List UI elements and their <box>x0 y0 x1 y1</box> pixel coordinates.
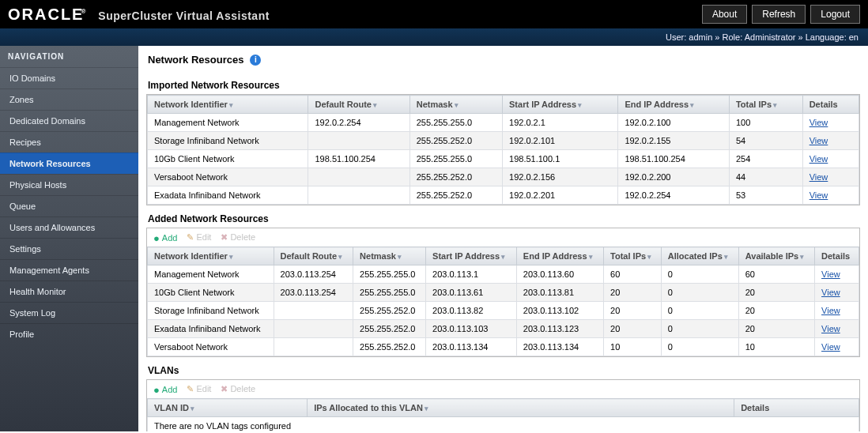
sidebar-item-io-domains[interactable]: IO Domains <box>0 67 138 88</box>
cell-end: 192.0.2.100 <box>618 114 730 132</box>
sort-indicator-icon: ▾ <box>338 253 342 261</box>
col-total-ips[interactable]: Total IPs▾ <box>604 247 662 265</box>
details-cell: View <box>802 186 859 205</box>
imported-panel: Network Identifier▾Default Route▾Netmask… <box>146 94 860 205</box>
details-cell: View <box>802 168 859 186</box>
cell-mask: 255.255.255.0 <box>409 114 502 132</box>
col-default-route[interactable]: Default Route▾ <box>274 247 353 265</box>
cell-avail: 60 <box>738 265 814 284</box>
cell-mask: 255.255.252.0 <box>409 132 502 150</box>
table-row[interactable]: Storage Infiniband Network255.255.252.02… <box>148 302 859 320</box>
view-link[interactable]: View <box>821 288 840 297</box>
table-row[interactable]: 10Gb Client Network203.0.113.254255.255.… <box>148 284 859 302</box>
col-network-identifier[interactable]: Network Identifier▾ <box>148 96 308 114</box>
edit-vlan-button: Edit <box>187 384 211 394</box>
delete-button: Delete <box>221 232 255 243</box>
view-link[interactable]: View <box>810 136 828 145</box>
cell-total: 20 <box>604 302 662 320</box>
table-row[interactable]: Management Network203.0.113.254255.255.2… <box>148 265 859 284</box>
sort-indicator-icon: ▾ <box>501 253 505 261</box>
table-row[interactable]: Versaboot Network255.255.252.0203.0.113.… <box>148 338 859 356</box>
view-link[interactable]: View <box>821 269 840 279</box>
col-ips-allocated-to-this-vlan[interactable]: IPs Allocated to this VLAN▾ <box>308 399 734 417</box>
cell-route: 198.51.100.254 <box>308 150 409 168</box>
cell-nid: Versaboot Network <box>148 168 308 186</box>
add-vlan-button[interactable]: Add <box>153 383 177 395</box>
col-details[interactable]: Details <box>734 399 859 417</box>
sidebar-item-physical-hosts[interactable]: Physical Hosts <box>0 174 138 195</box>
col-netmask[interactable]: Netmask▾ <box>409 96 502 114</box>
view-link[interactable]: View <box>821 342 840 352</box>
cell-end: 192.0.2.254 <box>618 186 730 205</box>
col-available-ips[interactable]: Available IPs▾ <box>738 247 814 265</box>
col-vlan-id[interactable]: VLAN ID▾ <box>148 399 308 417</box>
cell-avail: 10 <box>738 338 814 356</box>
cell-nid: Storage Infiniband Network <box>148 132 308 150</box>
cell-mask: 255.255.255.0 <box>409 150 502 168</box>
col-details[interactable]: Details <box>815 247 859 265</box>
cell-start: 192.0.2.156 <box>503 168 618 186</box>
added-panel: Add Edit Delete Network Identifier▾Defau… <box>146 228 860 357</box>
logout-button[interactable]: Logout <box>810 5 860 24</box>
cell-route: 203.0.113.254 <box>274 265 353 284</box>
about-button[interactable]: About <box>702 5 747 24</box>
view-link[interactable]: View <box>821 324 840 333</box>
sidebar-item-health-monitor[interactable]: Health Monitor <box>0 281 138 302</box>
view-link[interactable]: View <box>810 118 828 127</box>
sort-indicator-icon: ▾ <box>425 405 428 412</box>
content: Network Resources i Imported Network Res… <box>138 46 868 431</box>
cell-total: 20 <box>604 284 662 302</box>
cell-mask: 255.255.252.0 <box>409 168 502 186</box>
details-cell: View <box>815 320 859 338</box>
col-allocated-ips[interactable]: Allocated IPs▾ <box>661 247 738 265</box>
sidebar: NAVIGATION IO DomainsZonesDedicated Doma… <box>0 46 138 431</box>
cell-total: 60 <box>604 265 662 284</box>
cell-end: 203.0.113.134 <box>516 338 603 356</box>
cell-route <box>274 320 353 338</box>
section-imported-title: Imported Network Resources <box>148 80 859 91</box>
cell-total: 54 <box>729 132 802 150</box>
col-netmask[interactable]: Netmask▾ <box>353 247 426 265</box>
sidebar-item-system-log[interactable]: System Log <box>0 302 138 323</box>
sidebar-item-network-resources[interactable]: Network Resources <box>0 152 138 174</box>
sidebar-item-zones[interactable]: Zones <box>0 88 138 110</box>
view-link[interactable]: View <box>821 306 840 315</box>
cell-total: 20 <box>604 320 662 338</box>
col-start-ip-address[interactable]: Start IP Address▾ <box>426 247 517 265</box>
view-link[interactable]: View <box>810 154 828 164</box>
col-end-ip-address[interactable]: End IP Address▾ <box>516 247 603 265</box>
userinfo-bar: User: admin » Role: Administrator » Lang… <box>0 28 868 46</box>
add-button[interactable]: Add <box>153 232 177 243</box>
sidebar-item-queue[interactable]: Queue <box>0 195 138 216</box>
sort-indicator-icon: ▾ <box>398 253 402 261</box>
col-start-ip-address[interactable]: Start IP Address▾ <box>503 96 618 114</box>
cell-mask: 255.255.255.0 <box>353 284 426 302</box>
details-cell: View <box>815 338 859 356</box>
sidebar-item-settings[interactable]: Settings <box>0 238 138 259</box>
sort-indicator-icon: ▾ <box>589 253 593 261</box>
sidebar-item-dedicated-domains[interactable]: Dedicated Domains <box>0 110 138 131</box>
sort-indicator-icon: ▾ <box>578 101 582 109</box>
col-default-route[interactable]: Default Route▾ <box>308 96 409 114</box>
table-row[interactable]: Exadata Infiniband Network255.255.252.02… <box>148 320 859 338</box>
section-added-title: Added Network Resources <box>148 213 859 224</box>
table-row: Exadata Infiniband Network255.255.252.01… <box>148 186 859 205</box>
cell-start: 192.0.2.201 <box>503 186 618 205</box>
table-row: Storage Infiniband Network255.255.252.01… <box>148 132 859 150</box>
info-icon[interactable]: i <box>250 55 261 66</box>
cell-start: 203.0.113.82 <box>426 302 517 320</box>
sidebar-item-profile[interactable]: Profile <box>0 323 138 345</box>
sidebar-item-management-agents[interactable]: Management Agents <box>0 259 138 281</box>
cell-start: 203.0.113.134 <box>426 338 517 356</box>
cell-mask: 255.255.252.0 <box>353 302 426 320</box>
view-link[interactable]: View <box>810 172 828 182</box>
col-total-ips[interactable]: Total IPs▾ <box>729 96 802 114</box>
view-link[interactable]: View <box>810 190 828 200</box>
sidebar-item-users-and-allowances[interactable]: Users and Allowances <box>0 216 138 238</box>
col-details[interactable]: Details <box>802 96 859 114</box>
refresh-button[interactable]: Refresh <box>752 5 806 24</box>
cell-end: 203.0.113.102 <box>516 302 603 320</box>
col-end-ip-address[interactable]: End IP Address▾ <box>618 96 730 114</box>
sidebar-item-recipes[interactable]: Recipes <box>0 131 138 152</box>
col-network-identifier[interactable]: Network Identifier▾ <box>148 247 274 265</box>
